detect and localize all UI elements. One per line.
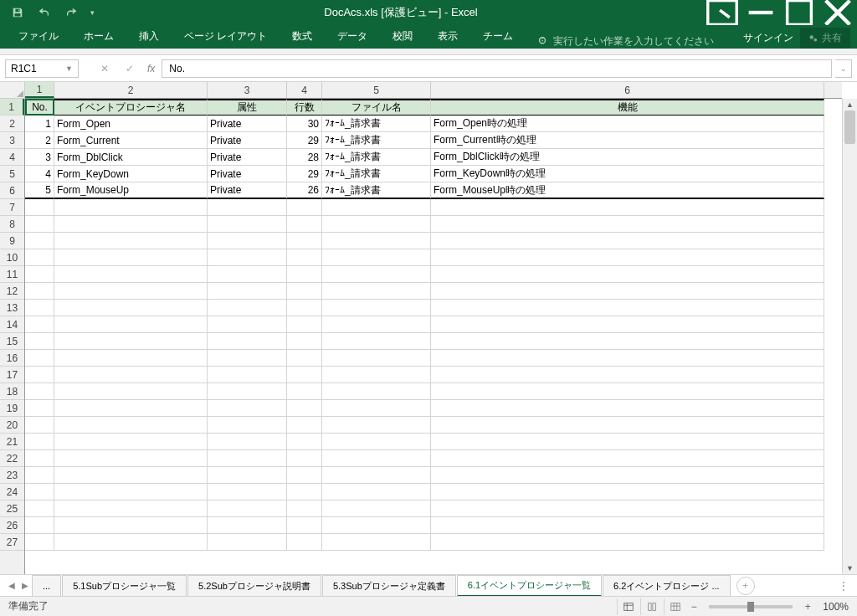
cell[interactable]: [208, 216, 287, 233]
sheet-tab[interactable]: ...: [32, 575, 61, 597]
cell[interactable]: [54, 216, 208, 233]
cell[interactable]: No.: [25, 99, 54, 116]
name-box-dropdown-icon[interactable]: ▼: [65, 64, 73, 73]
cell[interactable]: Private: [208, 182, 287, 199]
cell[interactable]: 2: [25, 132, 54, 149]
cell[interactable]: [25, 400, 54, 417]
formula-expand-button[interactable]: ⌄: [835, 59, 852, 78]
cell[interactable]: 5: [25, 182, 54, 199]
cell[interactable]: ﾌｫｰﾑ_請求書: [322, 182, 431, 199]
cell[interactable]: [54, 467, 208, 484]
row-header[interactable]: 26: [0, 517, 24, 534]
cell[interactable]: [431, 484, 824, 501]
cell[interactable]: 3: [25, 149, 54, 166]
cell[interactable]: [54, 400, 208, 417]
cell[interactable]: [208, 434, 287, 450]
sheet-tab[interactable]: 5.1Subプロシージャ一覧: [62, 575, 187, 597]
cell[interactable]: [54, 233, 208, 249]
cell[interactable]: [431, 199, 824, 216]
column-header[interactable]: 2: [54, 82, 208, 98]
cell[interactable]: Form_MouseUp時の処理: [431, 182, 824, 199]
sheet-tab[interactable]: 6.2イベントプロシージ ...: [603, 575, 731, 597]
cell[interactable]: Form_Current時の処理: [431, 132, 824, 149]
cell[interactable]: 29: [287, 166, 322, 182]
cell[interactable]: [431, 266, 824, 283]
cell[interactable]: [54, 534, 208, 551]
maximize-button[interactable]: [780, 0, 819, 25]
row-header[interactable]: 18: [0, 383, 24, 400]
cell[interactable]: [322, 283, 431, 300]
cell[interactable]: [322, 333, 431, 350]
row-header[interactable]: 15: [0, 333, 24, 350]
tab-pagelayout[interactable]: ページ レイアウト: [172, 24, 279, 49]
cell[interactable]: [287, 367, 322, 383]
cell[interactable]: Form_KeyDown時の処理: [431, 166, 824, 182]
name-box[interactable]: R1C1 ▼: [5, 59, 79, 78]
cell[interactable]: [54, 316, 208, 333]
close-button[interactable]: [819, 0, 857, 25]
cell[interactable]: [431, 350, 824, 367]
tab-nav-prev[interactable]: ◀: [5, 581, 18, 590]
cell[interactable]: イベントプロシージャ名: [54, 99, 208, 116]
cell[interactable]: [208, 484, 287, 501]
row-header[interactable]: 2: [0, 116, 24, 132]
cell[interactable]: [287, 383, 322, 400]
signin-link[interactable]: サインイン: [743, 31, 793, 45]
cell[interactable]: Private: [208, 149, 287, 166]
row-header[interactable]: 23: [0, 467, 24, 484]
cell[interactable]: [54, 434, 208, 450]
cell[interactable]: [25, 249, 54, 266]
cell[interactable]: [322, 417, 431, 434]
cell[interactable]: Form_Current: [54, 132, 208, 149]
row-header[interactable]: 19: [0, 400, 24, 417]
cell[interactable]: [25, 501, 54, 517]
fx-icon[interactable]: fx: [144, 63, 158, 74]
view-normal-button[interactable]: [617, 598, 639, 615]
scroll-up-icon[interactable]: ▲: [843, 99, 857, 110]
cell[interactable]: [208, 249, 287, 266]
cell[interactable]: [431, 300, 824, 316]
cell[interactable]: [25, 316, 54, 333]
cell[interactable]: [431, 367, 824, 383]
vertical-scrollbar[interactable]: ▲ ▼: [842, 99, 857, 574]
cell[interactable]: Private: [208, 116, 287, 132]
row-header[interactable]: 11: [0, 266, 24, 283]
cell[interactable]: 30: [287, 116, 322, 132]
cell[interactable]: [25, 266, 54, 283]
cell[interactable]: [208, 199, 287, 216]
cell[interactable]: [54, 367, 208, 383]
tab-formulas[interactable]: 数式: [280, 24, 324, 49]
cell[interactable]: [54, 501, 208, 517]
tell-me-search[interactable]: 実行したい作業を入力してください: [536, 34, 714, 49]
cell[interactable]: 4: [25, 166, 54, 182]
cell[interactable]: [431, 467, 824, 484]
tab-nav-next[interactable]: ▶: [18, 581, 32, 590]
cell[interactable]: [25, 467, 54, 484]
select-all-corner[interactable]: [0, 82, 25, 99]
undo-button[interactable]: [32, 0, 57, 25]
row-header[interactable]: 9: [0, 233, 24, 249]
row-header[interactable]: 20: [0, 417, 24, 434]
cell[interactable]: [208, 501, 287, 517]
cell[interactable]: [322, 350, 431, 367]
row-header[interactable]: 25: [0, 501, 24, 517]
cell[interactable]: 1: [25, 116, 54, 132]
cell[interactable]: [431, 534, 824, 551]
cell[interactable]: [54, 450, 208, 467]
cell[interactable]: Form_Open時の処理: [431, 116, 824, 132]
tab-data[interactable]: データ: [326, 24, 379, 49]
row-header[interactable]: 17: [0, 367, 24, 383]
cell[interactable]: [208, 517, 287, 534]
zoom-slider[interactable]: [709, 605, 793, 608]
cell[interactable]: [25, 367, 54, 383]
cell[interactable]: [287, 501, 322, 517]
cell[interactable]: ﾌｫｰﾑ_請求書: [322, 116, 431, 132]
share-button[interactable]: 共有: [800, 28, 850, 49]
enter-formula-button[interactable]: ✓: [119, 59, 141, 78]
cell[interactable]: [287, 283, 322, 300]
column-header[interactable]: 1: [25, 82, 54, 98]
column-header[interactable]: 3: [208, 82, 287, 98]
cell[interactable]: [431, 517, 824, 534]
cell[interactable]: Form_DblClick: [54, 149, 208, 166]
zoom-in-button[interactable]: +: [801, 601, 814, 613]
